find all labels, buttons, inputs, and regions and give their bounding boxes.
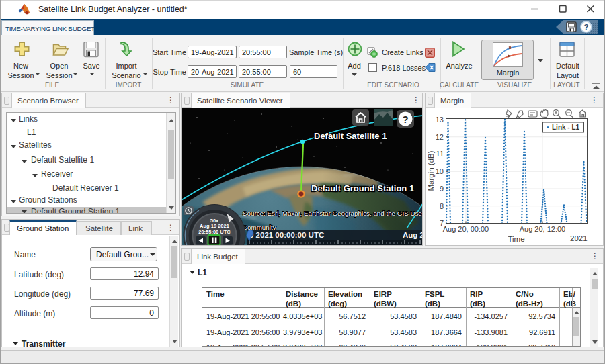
svg-text:12: 12 bbox=[436, 133, 444, 141]
svg-text:10: 10 bbox=[436, 167, 444, 175]
svg-text:Aug 20, 00:00: Aug 20, 00:00 bbox=[443, 225, 489, 233]
svg-text:Default Satellite 1: Default Satellite 1 bbox=[314, 131, 387, 141]
svg-text:Source: Esri, Maxar, Earthstar: Source: Esri, Maxar, Earthstar Geographi… bbox=[243, 210, 422, 217]
svg-text:20:55:00 UTC: 20:55:00 UTC bbox=[198, 229, 231, 235]
svg-text:Aug 20, 12:00: Aug 20, 12:00 bbox=[520, 225, 566, 233]
svg-text:?: ? bbox=[402, 113, 408, 125]
svg-text:?: ? bbox=[583, 23, 588, 31]
svg-text:Time: Time bbox=[508, 235, 524, 243]
svg-text:Aug 2: Aug 2 bbox=[403, 231, 422, 239]
svg-text:13: 13 bbox=[436, 116, 444, 124]
svg-text:Community: Community bbox=[243, 224, 276, 231]
svg-text:0 2021 00:00:00 UTC: 0 2021 00:00:00 UTC bbox=[249, 231, 324, 239]
svg-text:2021: 2021 bbox=[570, 234, 588, 242]
svg-text:Default Ground Station 1: Default Ground Station 1 bbox=[311, 183, 414, 193]
svg-text:Margin (dB): Margin (dB) bbox=[427, 150, 435, 191]
svg-text:9: 9 bbox=[440, 185, 444, 193]
svg-text:Link - L1: Link - L1 bbox=[552, 124, 580, 131]
svg-text:11: 11 bbox=[436, 150, 444, 158]
svg-text:8: 8 bbox=[440, 202, 444, 210]
